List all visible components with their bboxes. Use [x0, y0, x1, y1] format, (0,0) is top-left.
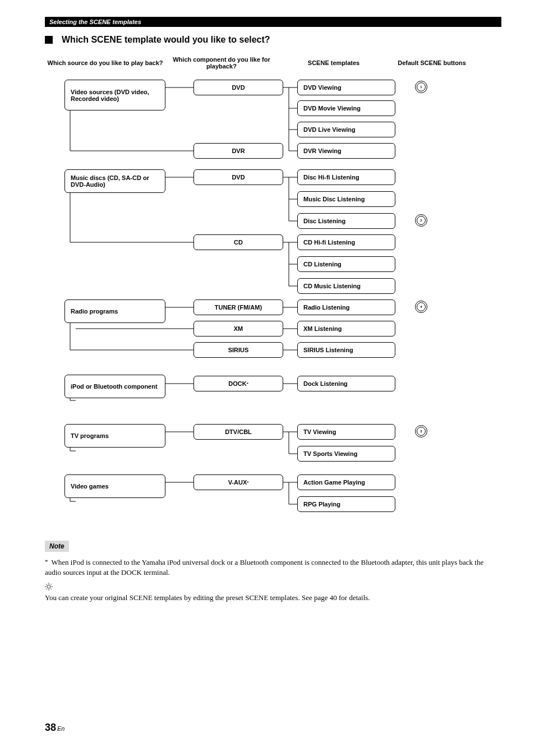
note-body: When iPod is connected to the Yamaha iPo…: [45, 558, 483, 577]
template-dock-listening: Dock Listening: [297, 376, 395, 391]
asterisk-icon: *: [247, 480, 248, 485]
component-dvd-2: DVD: [193, 169, 283, 185]
template-cd-music: CD Music Listening: [297, 278, 395, 294]
template-cd-listening: CD Listening: [297, 256, 395, 272]
source-tv: TV programs: [64, 424, 165, 448]
col-header-source: Which source do you like to play back?: [45, 56, 165, 70]
scene-button-1-icon: 1: [415, 81, 427, 93]
template-dvr-viewing: DVR Viewing: [297, 143, 395, 159]
component-tuner: TUNER (FM/AM): [193, 299, 283, 315]
svg-line-7: [46, 588, 47, 589]
svg-line-5: [46, 584, 47, 585]
svg-line-8: [50, 584, 52, 585]
scene-button-3-icon: 3: [415, 425, 427, 437]
component-dock: DOCK*: [193, 376, 283, 391]
header-bar: Selecting the SCENE templates: [45, 17, 501, 27]
source-music: Music discs (CD, SA-CD or DVD-Audio): [64, 169, 165, 193]
template-tv-viewing: TV Viewing: [297, 424, 395, 440]
scene-button-4-label: 4: [420, 305, 422, 308]
component-cd: CD: [193, 234, 283, 250]
scene-button-2-icon: 2: [415, 214, 427, 227]
template-sirius-listening: SIRIUS Listening: [297, 342, 395, 358]
col-header-buttons: Default SCENE buttons: [390, 56, 474, 70]
source-radio: Radio programs: [64, 299, 165, 323]
template-rpg: RPG Playing: [297, 496, 395, 512]
section-title-text: Which SCENE template would you like to s…: [62, 35, 270, 45]
note-asterisk: *: [45, 558, 48, 565]
flow-diagram: Video sources (DVD video, Recorded video…: [45, 75, 501, 524]
template-music-disc: Music Disc Listening: [297, 191, 395, 207]
col-header-templates: SCENE templates: [278, 56, 390, 70]
template-radio-listening: Radio Listening: [297, 299, 395, 315]
note-label: Note: [45, 541, 69, 552]
col-header-component: Which component do you like for playback…: [165, 56, 278, 70]
svg-line-6: [50, 588, 52, 589]
page-number-value: 38: [45, 722, 56, 733]
source-games: Video games: [64, 474, 165, 498]
template-disc-listening: Disc Listening: [297, 213, 395, 229]
scene-button-3-label: 3: [420, 430, 422, 433]
square-bullet-icon: [45, 36, 53, 44]
component-vaux-label: V-AUX: [228, 479, 247, 486]
template-disc-hifi: Disc Hi-fi Listening: [297, 169, 395, 185]
template-dvd-live: DVD Live Viewing: [297, 122, 395, 137]
template-dvd-movie: DVD Movie Viewing: [297, 100, 395, 116]
scene-button-1-label: 1: [420, 85, 422, 89]
template-xm-listening: XM Listening: [297, 321, 395, 336]
svg-point-0: [47, 585, 50, 588]
page-lang: En: [57, 725, 64, 732]
component-dvr: DVR: [193, 143, 283, 159]
template-tv-sports: TV Sports Viewing: [297, 446, 395, 462]
component-vaux: V-AUX*: [193, 474, 283, 490]
section-title: Which SCENE template would you like to s…: [45, 35, 501, 45]
note-text: *When iPod is connected to the Yamaha iP…: [45, 557, 501, 577]
component-sirius: SIRIUS: [193, 342, 283, 358]
component-dock-label: DOCK: [228, 380, 246, 387]
template-cd-hifi: CD Hi-fi Listening: [297, 234, 395, 250]
asterisk-icon: *: [247, 381, 248, 386]
scene-button-4-icon: 4: [415, 301, 427, 313]
column-headers: Which source do you like to play back? W…: [45, 56, 501, 70]
page-number: 38En: [45, 722, 65, 734]
template-dvd-viewing: DVD Viewing: [297, 80, 395, 95]
scene-button-2-label: 2: [420, 219, 422, 222]
tip-text: You can create your original SCENE templ…: [45, 593, 501, 602]
tip-icon: [45, 583, 501, 592]
source-ipod: iPod or Bluetooth component: [64, 375, 165, 398]
component-dvd: DVD: [193, 80, 283, 95]
source-video: Video sources (DVD video, Recorded video…: [64, 80, 165, 110]
component-xm: XM: [193, 321, 283, 336]
component-dtv: DTV/CBL: [193, 424, 283, 440]
template-action-game: Action Game Playing: [297, 474, 395, 490]
